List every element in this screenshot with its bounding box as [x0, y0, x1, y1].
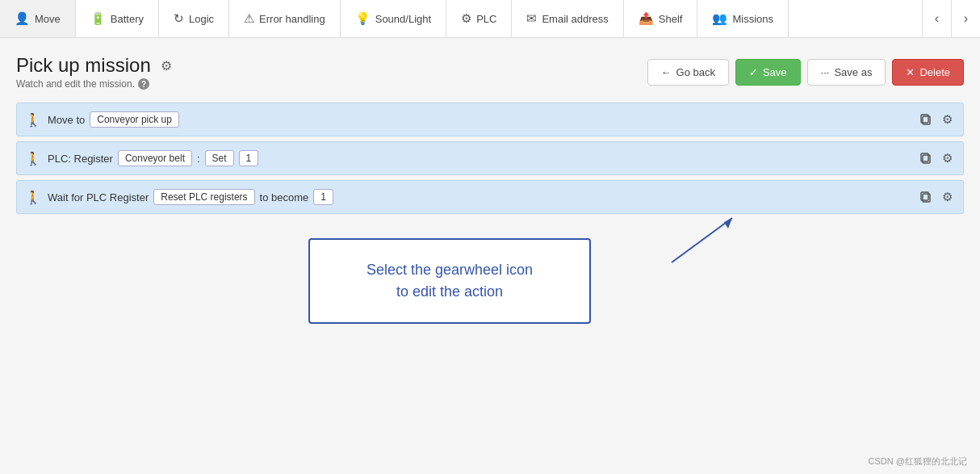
callout-line2: to edit the action	[336, 281, 563, 303]
page-settings-button[interactable]: ⚙	[159, 57, 174, 75]
nav-item-battery[interactable]: 🔋Battery	[76, 0, 159, 37]
plc-nav-icon: ⚙	[461, 11, 471, 26]
action-row-3: 🚶 Wait for PLC Register Reset PLC regist…	[16, 180, 964, 214]
action-3-walk-icon: 🚶	[25, 190, 41, 205]
action-3-prefix: Wait for PLC Register	[48, 191, 149, 203]
action-3-middle: to become	[260, 191, 309, 203]
go-back-button[interactable]: ← Go back	[647, 59, 729, 86]
save-as-icon: ···	[821, 66, 830, 78]
nav-item-error-handling[interactable]: ⚠Error handling	[229, 0, 341, 37]
nav-item-shelf[interactable]: 📤Shelf	[624, 0, 698, 37]
action-2-prefix: PLC: Register	[48, 153, 113, 165]
action-3-value: 1	[313, 189, 333, 205]
actions-list: 🚶 Move to Conveyor pick up ⚙ 🚶 PLC: Regi…	[16, 103, 964, 214]
action-1-prefix: Move to	[48, 114, 85, 126]
watermark: CSDN @红狐狸的北北记	[869, 455, 967, 468]
action-1-copy-button[interactable]	[917, 111, 935, 128]
action-2-tag2: Set	[205, 150, 234, 166]
sound-light-nav-icon: 💡	[355, 11, 371, 26]
email-address-nav-icon: ✉	[526, 11, 537, 26]
action-1-tag: Conveyor pick up	[90, 111, 179, 128]
svg-line-6	[672, 218, 732, 262]
save-button[interactable]: ✓ Save	[735, 59, 801, 86]
go-back-label: Go back	[676, 66, 715, 78]
callout-arrow-svg	[664, 214, 744, 271]
shelf-nav-icon: 📤	[639, 11, 654, 26]
missions-nav-icon: 👥	[712, 11, 727, 26]
action-1-content: Move to Conveyor pick up	[48, 111, 911, 128]
page-title-text: Pick up mission	[16, 54, 151, 77]
page-subtitle: Watch and edit the mission. ?	[16, 78, 174, 90]
email-address-nav-label: Email address	[542, 13, 608, 25]
top-nav: 👤Move🔋Battery↻Logic⚠Error handling💡Sound…	[0, 0, 980, 38]
save-label: Save	[763, 66, 787, 78]
callout-box: Select the gearwheel icon to edit the ac…	[308, 238, 591, 324]
go-back-icon: ←	[661, 66, 672, 78]
nav-item-move[interactable]: 👤Move	[0, 0, 76, 37]
action-3-content: Wait for PLC Register Reset PLC register…	[48, 189, 911, 205]
page-title: Pick up mission ⚙	[16, 54, 174, 77]
action-2-value: 1	[239, 150, 259, 166]
save-icon: ✓	[749, 66, 758, 78]
nav-item-sound-light[interactable]: 💡Sound/Light	[341, 0, 446, 37]
error-handling-nav-icon: ⚠	[244, 11, 254, 26]
action-2-gear-button[interactable]: ⚙	[940, 149, 955, 168]
delete-button[interactable]: ✕ Delete	[892, 59, 964, 86]
save-as-label: Save as	[834, 66, 872, 78]
logic-nav-icon: ↻	[174, 11, 184, 26]
action-2-copy-button[interactable]	[917, 149, 935, 167]
callout-container: Select the gearwheel icon to edit the ac…	[16, 238, 964, 324]
main-content: Pick up mission ⚙ Watch and edit the mis…	[0, 38, 980, 474]
nav-item-email-address[interactable]: ✉Email address	[512, 0, 623, 37]
save-as-button[interactable]: ··· Save as	[807, 59, 886, 86]
delete-label: Delete	[919, 66, 950, 78]
plc-nav-label: PLC	[476, 13, 496, 25]
logic-nav-label: Logic	[189, 13, 214, 25]
action-row-1: 🚶 Move to Conveyor pick up ⚙	[16, 103, 964, 136]
action-3-gear-button[interactable]: ⚙	[940, 187, 955, 207]
action-row-2: 🚶 PLC: Register Conveyor belt : Set 1 ⚙	[16, 141, 964, 175]
action-1-buttons: ⚙	[917, 110, 955, 129]
svg-marker-7	[724, 218, 732, 229]
header-buttons: ← Go back ✓ Save ··· Save as ✕ Delete	[647, 59, 964, 86]
battery-nav-label: Battery	[111, 13, 144, 25]
page-subtitle-text: Watch and edit the mission.	[16, 78, 135, 90]
action-2-content: PLC: Register Conveyor belt : Set 1	[48, 150, 911, 166]
action-3-tag: Reset PLC registers	[153, 189, 254, 205]
info-icon[interactable]: ?	[138, 78, 149, 90]
page-header: Pick up mission ⚙ Watch and edit the mis…	[16, 54, 964, 90]
sound-light-nav-label: Sound/Light	[375, 13, 431, 25]
action-2-colon: :	[197, 153, 200, 165]
action-2-tag: Conveyor belt	[118, 150, 192, 166]
nav-item-missions[interactable]: 👥Missions	[697, 0, 789, 37]
nav-item-plc[interactable]: ⚙PLC	[446, 0, 512, 37]
action-3-copy-button[interactable]	[917, 188, 935, 206]
battery-nav-icon: 🔋	[90, 11, 106, 26]
action-3-buttons: ⚙	[917, 187, 955, 207]
action-2-walk-icon: 🚶	[25, 151, 41, 166]
nav-next-arrow[interactable]: ›	[951, 0, 980, 37]
shelf-nav-label: Shelf	[659, 13, 683, 25]
delete-icon: ✕	[906, 66, 915, 78]
error-handling-nav-label: Error handling	[259, 13, 325, 25]
action-1-gear-button[interactable]: ⚙	[940, 110, 955, 129]
move-nav-icon: 👤	[15, 11, 30, 26]
nav-item-logic[interactable]: ↻Logic	[159, 0, 229, 37]
page-title-area: Pick up mission ⚙ Watch and edit the mis…	[16, 54, 174, 90]
action-1-walk-icon: 🚶	[25, 112, 41, 128]
missions-nav-label: Missions	[732, 13, 773, 25]
callout-line1: Select the gearwheel icon	[336, 259, 563, 281]
move-nav-label: Move	[35, 13, 61, 25]
nav-prev-arrow[interactable]: ‹	[922, 0, 951, 37]
action-2-buttons: ⚙	[917, 149, 955, 168]
